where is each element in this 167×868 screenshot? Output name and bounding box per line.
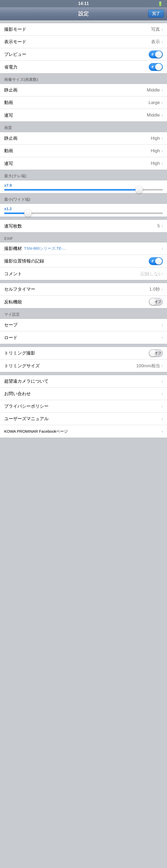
row-value-facebook: ›	[162, 429, 163, 434]
row-self-timer[interactable]: セルフタイマー 1.0秒 ›	[0, 283, 167, 296]
row-value-load: ›	[162, 335, 163, 340]
section-header-my-settings: マイ設定	[0, 308, 167, 318]
row-manual[interactable]: ユーザーズマニュアル ›	[0, 413, 167, 425]
row-label-comment: コメント	[4, 271, 22, 277]
row-burst-quality[interactable]: 連写 High ›	[0, 157, 167, 170]
section-header-zoom-max: 最大(テレ端)	[0, 170, 167, 180]
exif-equipment-label: 撮影機材	[4, 246, 22, 251]
row-value-still-size: Middle ›	[147, 88, 163, 93]
toggle-power-save[interactable]: オン	[149, 63, 163, 71]
row-video-size[interactable]: 動画 Large ›	[0, 96, 167, 109]
section-info: 超望遠カメラについて › お問い合わせ › プライバシーポリシー › ユーザーズ…	[0, 375, 167, 438]
slider-row-max: x7.9	[0, 180, 167, 193]
section-zoom-max: x7.9	[0, 180, 167, 193]
row-value-manual: ›	[162, 416, 163, 421]
chevron-icon: ›	[162, 392, 163, 396]
slider-row-min: x1.2	[0, 204, 167, 217]
chevron-icon: ›	[162, 379, 163, 384]
row-value-video-size: Large ›	[148, 100, 163, 105]
row-value-video-quality: High ›	[151, 148, 163, 154]
nav-bar: 設定 完了	[0, 7, 167, 20]
row-value-trimming-size: 100mm相当 ›	[136, 363, 163, 369]
row-label-privacy: プライバシーポリシー	[4, 403, 49, 409]
row-location: 撮影位置情報の記録 オン	[0, 255, 167, 268]
chevron-icon: ›	[162, 40, 163, 44]
row-facebook[interactable]: KOWA PROMINAR Facebookページ ›	[0, 425, 167, 438]
row-label-burst-quality: 連写	[4, 161, 13, 166]
row-label-display-mode: 表示モード	[4, 39, 26, 45]
toggle-label-off: オフ	[155, 351, 161, 355]
row-display-mode[interactable]: 表示モード 表示 ›	[0, 36, 167, 48]
section-quality: 静止画 High › 動画 High › 連写 High ›	[0, 132, 167, 170]
section-header-quality: 画質	[0, 122, 167, 132]
chevron-icon: ›	[162, 363, 163, 368]
toggle-flip[interactable]: オフ	[149, 298, 163, 306]
row-label-manual: ユーザーズマニュアル	[4, 416, 49, 422]
row-label-contact: お問い合わせ	[4, 391, 31, 397]
status-bar-time: 14:11	[78, 1, 89, 6]
toggle-location[interactable]: オン	[149, 257, 163, 265]
row-label-burst-count: 連写枚数	[4, 223, 22, 229]
row-label-video-quality: 動画	[4, 148, 13, 154]
slider-max-thumb[interactable]	[135, 186, 143, 193]
chevron-icon: ›	[162, 335, 163, 340]
chevron-icon: ›	[162, 224, 163, 228]
slider-max-track[interactable]	[4, 189, 163, 190]
row-value-burst-quality: High ›	[151, 161, 163, 166]
row-label-facebook: KOWA PROMINAR Facebookページ	[4, 429, 68, 434]
section-trimming: トリミング撮影 オフ トリミングサイズ 100mm相当 ›	[0, 347, 167, 372]
chevron-icon: ›	[162, 27, 163, 32]
row-shooting-mode[interactable]: 撮影モード 写真 ›	[0, 23, 167, 36]
chevron-icon: ›	[162, 100, 163, 105]
nav-title: 設定	[78, 10, 89, 17]
row-equipment[interactable]: 撮影機材 TSN-880シリーズ,TE-... ›	[0, 242, 167, 255]
row-label-self-timer: セルフタイマー	[4, 286, 35, 292]
row-trimming-size[interactable]: トリミングサイズ 100mm相当 ›	[0, 360, 167, 372]
row-label-flip: 反転機能	[4, 299, 22, 305]
row-flip: 反転機能 オフ	[0, 296, 167, 308]
chevron-icon: ›	[162, 88, 163, 93]
row-privacy[interactable]: プライバシーポリシー ›	[0, 400, 167, 413]
toggle-thumb	[155, 51, 162, 58]
chevron-icon: ›	[162, 246, 163, 251]
chevron-icon: ›	[162, 287, 163, 292]
chevron-icon: ›	[162, 161, 163, 166]
chevron-icon: ›	[162, 416, 163, 421]
section-header-zoom-min: 最小(ワイド端)	[0, 193, 167, 204]
section-header-image-size: 画像サイズ(画素数)	[0, 73, 167, 84]
row-burst-count[interactable]: 連写枚数 5 ›	[0, 220, 167, 232]
row-save[interactable]: セーブ ›	[0, 319, 167, 331]
toggle-preview[interactable]: オン	[149, 51, 163, 58]
row-preview: プレビュー オン	[0, 48, 167, 61]
row-value-shooting-mode: 写真 ›	[151, 26, 163, 32]
row-still-size[interactable]: 静止画 Middle ›	[0, 84, 167, 96]
toggle-trimming[interactable]: オフ	[149, 349, 163, 357]
chevron-icon: ›	[162, 113, 163, 118]
section-my-settings: セーブ › ロード ›	[0, 318, 167, 344]
row-label-burst-size: 連写	[4, 112, 13, 118]
row-about[interactable]: 超望遠カメラについて ›	[0, 375, 167, 388]
done-button[interactable]: 完了	[148, 10, 164, 18]
row-contact[interactable]: お問い合わせ ›	[0, 388, 167, 400]
toggle-thumb	[155, 64, 162, 70]
slider-min-thumb[interactable]	[24, 210, 32, 217]
section-timer: セルフタイマー 1.0秒 › 反転機能 オフ	[0, 283, 167, 308]
row-label-save: セーブ	[4, 322, 18, 328]
row-load[interactable]: ロード ›	[0, 331, 167, 344]
chevron-icon: ›	[162, 323, 163, 328]
toggle-label-off: オフ	[155, 300, 161, 304]
section-zoom-min: x1.2	[0, 204, 167, 217]
row-burst-size[interactable]: 連写 Middle ›	[0, 109, 167, 121]
row-value-contact: ›	[162, 392, 163, 396]
status-bar-battery: 🔋	[158, 1, 163, 6]
chevron-icon: ›	[162, 149, 163, 153]
row-comment: コメント 記録しない	[0, 268, 167, 280]
row-video-quality[interactable]: 動画 High ›	[0, 145, 167, 157]
section-image-size: 静止画 Middle › 動画 Large › 連写 Middle ›	[0, 84, 167, 122]
row-still-quality[interactable]: 静止画 High ›	[0, 132, 167, 145]
row-label-shooting-mode: 撮影モード	[4, 26, 26, 32]
slider-min-track[interactable]	[4, 212, 163, 214]
row-label-video-size: 動画	[4, 100, 13, 105]
chevron-icon: ›	[162, 429, 163, 434]
row-label-still-quality: 静止画	[4, 135, 18, 141]
